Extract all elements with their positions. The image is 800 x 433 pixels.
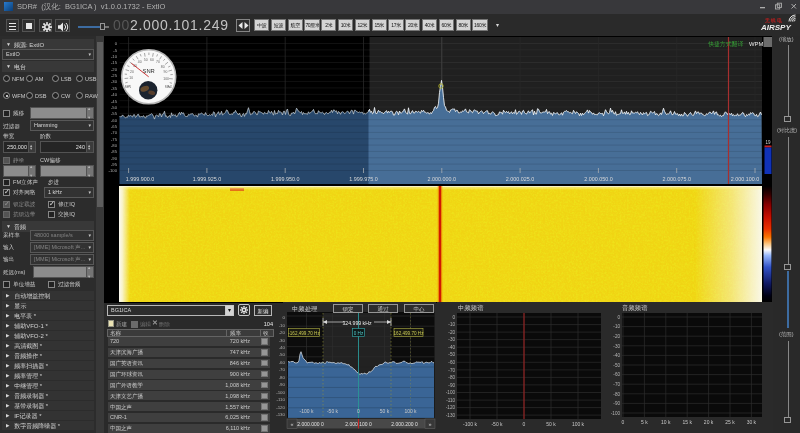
- svg-text:-75: -75: [111, 137, 118, 142]
- svg-text:-110: -110: [446, 398, 455, 403]
- svg-text:100 k: 100 k: [404, 408, 417, 414]
- svg-text:2.000.025.0: 2.000.025.0: [506, 176, 534, 182]
- svg-text:20 k: 20 k: [704, 419, 714, 425]
- svg-text:5 k: 5 k: [641, 419, 648, 425]
- svg-text:-70: -70: [111, 130, 118, 135]
- svg-text:-90: -90: [279, 382, 286, 387]
- svg-text:-30: -30: [279, 338, 286, 343]
- svg-text:19: 19: [765, 140, 771, 145]
- svg-text:-70: -70: [448, 368, 455, 373]
- svg-text:-130: -130: [446, 413, 456, 418]
- svg-text:-30: -30: [613, 344, 620, 349]
- svg-text:0 Hz: 0 Hz: [354, 331, 364, 336]
- svg-text:0: 0: [452, 315, 455, 320]
- svg-text:-90: -90: [613, 401, 620, 406]
- svg-text:90: 90: [164, 70, 168, 74]
- svg-text:60: 60: [150, 58, 154, 62]
- svg-text:15 k: 15 k: [682, 419, 692, 425]
- svg-text:20: 20: [130, 70, 134, 74]
- svg-text:-100 k: -100 k: [463, 421, 477, 427]
- svg-text:-45: -45: [111, 99, 118, 104]
- svg-text:-130: -130: [276, 412, 285, 417]
- svg-text:0: 0: [523, 421, 526, 427]
- svg-text:-10: -10: [613, 324, 620, 329]
- svg-text:中频频谱: 中频频谱: [458, 304, 484, 312]
- svg-text:»: »: [428, 421, 431, 427]
- svg-text:50 k: 50 k: [380, 408, 390, 414]
- svg-text:-70: -70: [279, 367, 286, 372]
- svg-text:2.000.050.0: 2.000.050.0: [584, 176, 612, 182]
- svg-text:1.999.950.0: 1.999.950.0: [271, 176, 299, 182]
- svg-text:1.999.925.0: 1.999.925.0: [193, 176, 221, 182]
- svg-text:-15: -15: [111, 60, 118, 65]
- svg-text:-20: -20: [279, 330, 286, 335]
- svg-text:-50 k: -50 k: [327, 408, 339, 414]
- svg-text:100 k: 100 k: [572, 421, 585, 427]
- svg-text:-20: -20: [111, 67, 118, 72]
- svg-text:-90: -90: [448, 383, 455, 388]
- svg-text:2.000.000.0: 2.000.000.0: [428, 176, 456, 182]
- svg-text:-162,499.70 Hz: -162,499.70 Hz: [288, 331, 320, 336]
- svg-text:-50: -50: [448, 352, 455, 357]
- svg-text:-70: -70: [613, 382, 620, 387]
- svg-text:-40: -40: [279, 345, 286, 350]
- svg-text:-40: -40: [111, 92, 118, 97]
- svg-text:25 k: 25 k: [725, 419, 735, 425]
- svg-text:2.000.200 0: 2.000.200 0: [391, 421, 418, 427]
- svg-text:50: 50: [144, 58, 148, 62]
- svg-text:80: 80: [161, 65, 165, 69]
- svg-text:-40: -40: [448, 345, 455, 350]
- svg-text:-10: -10: [279, 323, 286, 328]
- svg-text:50 k: 50 k: [546, 421, 556, 427]
- svg-text:-50 k: -50 k: [491, 421, 503, 427]
- svg-text:-60: -60: [448, 360, 455, 365]
- svg-text:-10: -10: [448, 322, 455, 327]
- svg-text:2.000.100.0: 2.000.100.0: [731, 176, 759, 182]
- svg-text:«: «: [290, 421, 293, 427]
- svg-text:-120: -120: [446, 405, 456, 410]
- svg-text:1.999.975.0: 1.999.975.0: [349, 176, 377, 182]
- svg-text:162,499.70 Hz: 162,499.70 Hz: [394, 331, 425, 336]
- svg-text:-80: -80: [111, 143, 118, 148]
- svg-text:0: 0: [617, 315, 620, 320]
- svg-text:2.000.000 0: 2.000.000 0: [297, 421, 324, 427]
- svg-text:-100: -100: [109, 168, 118, 173]
- svg-text:-100 k: -100 k: [300, 408, 314, 414]
- svg-text:-50: -50: [279, 352, 286, 357]
- svg-text:10: 10: [129, 76, 133, 80]
- svg-text:WPM: WPM: [749, 41, 763, 47]
- svg-text:-60: -60: [613, 372, 620, 377]
- svg-text:-65: -65: [111, 124, 118, 129]
- svg-text:0: 0: [622, 419, 625, 425]
- svg-text:快捷方式翻译: 快捷方式翻译: [707, 40, 743, 48]
- svg-text:1.999.900.0: 1.999.900.0: [126, 176, 154, 182]
- svg-text:324.999 kHz: 324.999 kHz: [342, 320, 372, 326]
- svg-text:-25: -25: [111, 73, 118, 78]
- svg-text:-30: -30: [448, 337, 455, 342]
- svg-text:2.000.075.0: 2.000.075.0: [662, 176, 690, 182]
- svg-text:-20: -20: [613, 334, 620, 339]
- svg-text:-55: -55: [111, 111, 118, 116]
- svg-text:音频频谱: 音频频谱: [622, 304, 648, 312]
- svg-text:-90: -90: [111, 156, 118, 161]
- svg-text:70: 70: [156, 60, 160, 64]
- svg-text:MAX: MAX: [165, 85, 173, 89]
- svg-text:-100: -100: [611, 411, 621, 416]
- svg-text:-10: -10: [111, 54, 118, 59]
- svg-text:0: 0: [357, 408, 360, 414]
- svg-text:-50: -50: [111, 105, 118, 110]
- svg-text:-60: -60: [279, 360, 286, 365]
- svg-text:MIN: MIN: [125, 85, 132, 89]
- svg-text:-30: -30: [111, 79, 118, 84]
- svg-text:100: 100: [163, 77, 169, 81]
- svg-text:-100: -100: [276, 390, 285, 395]
- svg-text:-80: -80: [448, 375, 455, 380]
- svg-text:AIRSPY: AIRSPY: [760, 23, 791, 32]
- svg-text:-120: -120: [276, 405, 285, 410]
- svg-text:10 k: 10 k: [661, 419, 671, 425]
- svg-text:-50: -50: [613, 363, 620, 368]
- svg-text:-80: -80: [279, 375, 286, 380]
- svg-text:-95: -95: [111, 162, 118, 167]
- svg-text:-20: -20: [448, 330, 455, 335]
- svg-text:-85: -85: [111, 149, 118, 154]
